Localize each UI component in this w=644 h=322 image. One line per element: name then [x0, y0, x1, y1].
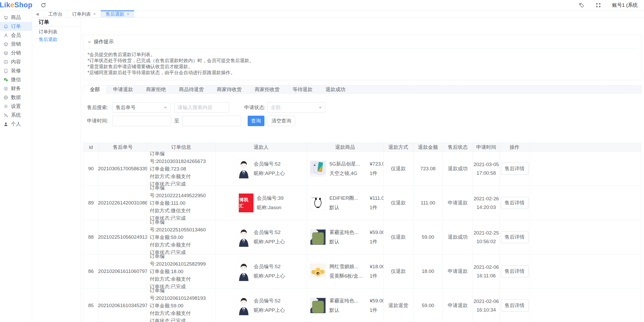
apply-time-line: 2021-03-05 — [473, 160, 499, 169]
page-tabbar: « 工作台订单列表×售后退款× — [32, 10, 644, 18]
boy-avatar — [237, 227, 250, 247]
cell-apply-time: 2021-02-2614:20:03 — [473, 186, 500, 220]
apply-time-label: 申请时间: — [87, 118, 112, 124]
tips-collapse-header[interactable]: 操作提示 — [88, 38, 637, 49]
sidebar-item-会员[interactable]: 会员 — [0, 31, 32, 40]
cell-order-info: 订单编号:202102251055013460订单金额:59.00付款方式:余额… — [147, 220, 216, 254]
order-submenu: 订单 订单列表售后退款 — [32, 18, 81, 322]
order-info-line: 订单编号:202103031824265673 — [150, 150, 215, 165]
order-info-line: 订单编号:202102061012582999 — [150, 253, 215, 268]
after-sale-detail-button[interactable]: 售后详情 — [501, 300, 529, 312]
search-form: 售后搜索: 售后单号 请输入搜索内容 申请状态: 全部 申请时间 — [83, 102, 641, 126]
table-row: 89202102261420031086订单编号:202102221449522… — [83, 186, 641, 220]
book-icon — [3, 60, 8, 65]
boy-avatar — [237, 262, 250, 281]
after-sale-detail-button[interactable]: 售后详情 — [501, 197, 529, 209]
user-icon — [3, 33, 8, 38]
cell-action: 售后详情 — [500, 289, 530, 322]
sidebar-item-订单[interactable]: 订单 — [0, 22, 32, 31]
filter-tab-申请退款[interactable]: 申请退款 — [107, 86, 140, 93]
cell-refund-amount: 59.00 — [413, 220, 443, 254]
boy-avatar — [237, 227, 250, 247]
header-cell-售后状态: 售后状态 — [443, 143, 473, 152]
sidebar-item-个人[interactable]: 个人 — [0, 120, 32, 128]
refresh-icon[interactable] — [40, 2, 46, 8]
apply-time-line: 17:00:58 — [477, 169, 496, 177]
tips-line: *订单状态处于待收货，已完成（在售后退款时效内）时，会员可提交售后退款。 — [88, 58, 637, 64]
phone-image — [310, 161, 326, 177]
clear-query-button[interactable]: 清空查询 — [268, 116, 295, 126]
search-type-select[interactable]: 售后单号 — [112, 102, 170, 113]
user-info-line: 昵称:Jason — [257, 203, 283, 212]
user-info: 会员编号:39昵称:Jason — [257, 194, 283, 212]
header-cell-退款金额: 退款金额 — [413, 143, 443, 152]
product-spec: 蛋黄酥6枚/盒... — [329, 271, 363, 281]
logo-text: Lik — [0, 1, 10, 9]
filter-tab-商家待收货[interactable]: 商家待收货 — [210, 86, 248, 93]
sidebar-item-商品[interactable]: 商品 — [0, 13, 32, 22]
query-button[interactable]: 查询 — [248, 116, 264, 126]
cell-id: 89 — [83, 186, 99, 220]
header-cell-id: id — [83, 143, 99, 152]
sidebar-item-装修[interactable]: 装修 — [0, 66, 32, 75]
cell-refund-type: 仅退款 — [384, 254, 413, 289]
tools-icon — [3, 113, 8, 118]
product-name: 雾霾蓝纯色... — [329, 296, 363, 306]
filter-tab-等待退款[interactable]: 等待退款 — [286, 86, 319, 93]
after-sale-detail-button[interactable]: 售后详情 — [501, 231, 529, 243]
filter-tab-退款成功[interactable]: 退款成功 — [319, 86, 352, 93]
sidebar-item-内容[interactable]: 内容 — [0, 57, 32, 66]
product-info: 雾霾蓝纯色...¥59.00默认1件 — [329, 228, 385, 247]
caret-down-icon — [319, 107, 322, 109]
sidebar-item-系统[interactable]: 系统 — [0, 111, 32, 120]
search-keyword-input[interactable]: 请输入搜索内容 — [174, 102, 229, 113]
cart-icon — [3, 15, 8, 20]
cell-id: 88 — [83, 220, 99, 254]
sidebar-item-财务[interactable]: 财务 — [0, 84, 32, 93]
account-menu[interactable]: 账号1 (系统 — [612, 2, 638, 9]
cell-refund-amount: 723.08 — [413, 152, 443, 186]
apply-status-select[interactable]: 全部 — [267, 102, 325, 113]
table-row: 90202103051700586339订单编号:202103031824265… — [83, 152, 641, 186]
end-date-input[interactable] — [182, 116, 241, 126]
box-icon — [3, 42, 8, 47]
after-sale-detail-button[interactable]: 售后详情 — [501, 265, 529, 277]
close-icon[interactable]: × — [93, 12, 96, 16]
sidebar-item-设置[interactable]: 设置 — [0, 102, 32, 111]
pastry-image — [310, 264, 326, 279]
order-info-line: 付款方式:余额支付 — [150, 173, 191, 180]
fullscreen-icon[interactable] — [595, 2, 601, 8]
filter-tab-商家拒绝[interactable]: 商家拒绝 — [140, 86, 172, 93]
cell-filler — [530, 152, 641, 186]
collapse-sidebar-button[interactable]: « — [32, 10, 44, 17]
sidebar-item-label: 订单 — [11, 23, 21, 30]
product-price: ¥59.00 — [370, 296, 385, 306]
sidebar-item-分销[interactable]: 分销 — [0, 49, 32, 57]
svg-text:EDIFIER: EDIFIER — [312, 197, 318, 198]
cell-after-sale-no: 202102061611060797 — [99, 254, 147, 289]
user-info-line: 会员编号:52 — [254, 159, 285, 169]
cell-refund-product: 网红雪媚娘...¥18.00蛋黄酥6枚/盒...1件 — [307, 254, 384, 289]
date-range-to-label: 至 — [174, 118, 179, 124]
tag-icon[interactable] — [579, 2, 584, 8]
order-info-line: 订单编号:202102061012498193 — [150, 287, 215, 302]
filter-tab-商品待退货[interactable]: 商品待退货 — [172, 86, 210, 93]
apply-time-line: 14:20:03 — [477, 203, 496, 212]
filter-tab-商家拒收货[interactable]: 商家拒收货 — [248, 86, 286, 93]
sidebar-item-营销[interactable]: 营销 — [0, 40, 32, 49]
filter-tab-全部[interactable]: 全部 — [83, 86, 107, 93]
product-info: 网红雪媚娘...¥18.00蛋黄酥6枚/盒...1件 — [329, 262, 385, 281]
start-date-input[interactable] — [112, 116, 171, 126]
order-info-line: 订单金额:59.00 — [150, 233, 183, 241]
cell-after-sale-status: 申请退款 — [443, 186, 473, 220]
close-icon[interactable]: × — [127, 12, 129, 16]
tab-工作台[interactable]: 工作台 — [44, 10, 67, 17]
sidebar-item-数据[interactable]: 数据 — [0, 93, 32, 102]
tab-售后退款[interactable]: 售后退款× — [101, 10, 134, 17]
submenu-item-订单列表[interactable]: 订单列表 — [32, 28, 81, 36]
after-sale-detail-button[interactable]: 售后详情 — [501, 163, 529, 175]
tab-订单列表[interactable]: 订单列表× — [67, 10, 101, 17]
sidebar-item-微信[interactable]: 微信 — [0, 75, 32, 84]
cell-after-sale-status: 退款成功 — [443, 220, 473, 254]
submenu-item-售后退款[interactable]: 售后退款 — [32, 36, 81, 43]
